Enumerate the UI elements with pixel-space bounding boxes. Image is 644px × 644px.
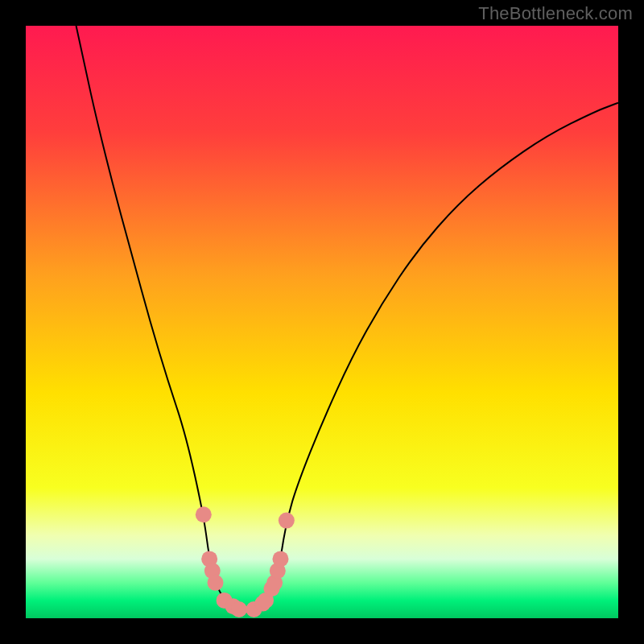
gradient-background <box>26 26 618 618</box>
watermark-text: TheBottleneck.com <box>478 3 633 24</box>
highlight-dot <box>272 551 288 567</box>
chart-frame: TheBottleneck.com <box>0 0 644 644</box>
highlight-dot <box>208 575 224 591</box>
highlight-dot <box>196 506 212 522</box>
bottleneck-chart <box>26 26 618 618</box>
highlight-dot <box>279 513 295 529</box>
plot-area <box>26 26 618 618</box>
highlight-dot <box>231 601 247 617</box>
